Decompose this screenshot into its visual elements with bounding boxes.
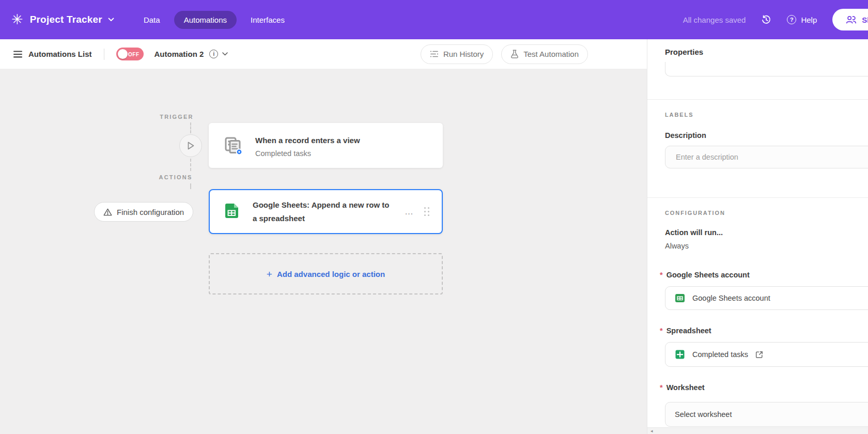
action-will-run-label: Action will run... xyxy=(665,228,723,237)
app-title[interactable]: Project Tracker xyxy=(30,14,102,25)
description-input[interactable] xyxy=(665,146,868,168)
automations-list-link[interactable]: Automations List xyxy=(28,50,92,58)
toolbar-divider xyxy=(104,49,104,60)
tab-automations[interactable]: Automations xyxy=(174,11,237,29)
test-automation-button[interactable]: Test Automation xyxy=(501,44,588,64)
automation-canvas[interactable]: TRIGGER ACTIONS xyxy=(0,69,647,434)
action-card-controls: … xyxy=(405,207,429,216)
actions-section-label: ACTIONS xyxy=(157,174,195,180)
action-card-google-sheets[interactable]: Google Sheets: Append a new row to a spr… xyxy=(209,189,443,234)
drag-handle-icon[interactable] xyxy=(424,207,429,216)
run-history-icon xyxy=(430,50,439,58)
app-logo-icon[interactable]: ✳ xyxy=(11,13,23,27)
properties-panel: Properties LABELS Description CONFIGURAT… xyxy=(647,39,868,434)
worksheet-field-label: * Worksheet xyxy=(660,383,705,392)
worksheet-value: Select worksheet xyxy=(675,410,732,419)
record-enters-view-icon xyxy=(222,135,244,157)
add-action-link[interactable]: + Add advanced logic or action xyxy=(267,269,385,279)
configuration-section-title: CONFIGURATION xyxy=(665,210,725,216)
toolbar-actions: Run History Test Automation xyxy=(421,44,588,64)
question-icon: ? xyxy=(787,15,796,24)
chevron-down-icon[interactable] xyxy=(222,52,228,56)
spreadsheet-field-label: * Spreadsheet xyxy=(660,327,711,335)
connector-line xyxy=(190,183,191,189)
connector-line xyxy=(190,122,191,133)
share-button[interactable]: Share xyxy=(832,9,868,30)
tab-interfaces[interactable]: Interfaces xyxy=(241,11,295,29)
saved-status: All changes saved xyxy=(683,16,746,24)
trigger-card-text: When a record enters a view Completed ta… xyxy=(255,134,360,158)
app-header: ✳ Project Tracker Data Automations Inter… xyxy=(0,0,868,39)
run-history-button[interactable]: Run History xyxy=(421,44,493,64)
description-label: Description xyxy=(665,131,706,140)
main-area: Automations List OFF Automation 2 i Run xyxy=(0,39,868,434)
finish-configuration-badge[interactable]: Finish configuration xyxy=(94,202,193,222)
labels-section-title: LABELS xyxy=(665,112,693,118)
toggle-state-label: OFF xyxy=(128,51,140,57)
hamburger-icon[interactable] xyxy=(13,51,22,58)
horizontal-scrollbar[interactable]: ◂ xyxy=(647,427,868,434)
google-account-value: Google Sheets account xyxy=(692,294,770,302)
section-divider xyxy=(647,197,868,198)
trigger-card[interactable]: When a record enters a view Completed ta… xyxy=(209,123,443,168)
spreadsheet-icon xyxy=(675,349,685,360)
section-divider xyxy=(647,99,868,100)
history-icon[interactable] xyxy=(761,14,771,25)
spreadsheet-select[interactable]: Completed tasks xyxy=(665,342,868,367)
chevron-down-icon[interactable] xyxy=(108,18,114,22)
automation-name[interactable]: Automation 2 xyxy=(154,50,204,58)
trigger-card-title: When a record enters a view xyxy=(255,134,360,147)
google-account-field-label: * Google Sheets account xyxy=(660,271,750,279)
name-input-partial[interactable] xyxy=(665,62,868,76)
play-icon xyxy=(187,141,195,150)
scroll-left-arrow-icon[interactable]: ◂ xyxy=(650,429,653,433)
add-action-dropzone[interactable]: + Add advanced logic or action xyxy=(209,253,443,295)
more-options-icon[interactable]: … xyxy=(405,207,414,216)
primary-nav: Data Automations Interfaces xyxy=(134,11,295,29)
warning-icon xyxy=(103,208,112,216)
add-action-label: Add advanced logic or action xyxy=(277,270,385,278)
external-link-icon[interactable] xyxy=(755,351,763,359)
run-history-label: Run History xyxy=(443,50,484,58)
tab-data[interactable]: Data xyxy=(134,11,170,29)
sheets-account-icon xyxy=(675,293,685,303)
action-card-title: Google Sheets: Append a new row to a spr… xyxy=(253,198,394,225)
info-icon[interactable]: i xyxy=(209,50,218,58)
google-sheets-icon xyxy=(222,202,241,221)
automation-toolbar: Automations List OFF Automation 2 i Run xyxy=(0,39,647,69)
required-marker: * xyxy=(660,271,663,279)
required-marker: * xyxy=(660,327,663,335)
help-button[interactable]: ? Help xyxy=(787,15,817,24)
test-automation-label: Test Automation xyxy=(523,50,579,58)
people-icon xyxy=(846,15,857,24)
google-account-select[interactable]: Google Sheets account xyxy=(665,286,868,310)
run-trigger-button[interactable] xyxy=(179,134,202,157)
panel-title: Properties xyxy=(665,48,703,56)
automation-enabled-toggle[interactable]: OFF xyxy=(116,48,144,60)
action-will-run-value[interactable]: Always xyxy=(665,242,689,250)
flask-icon xyxy=(510,50,519,58)
trigger-section-label: TRIGGER xyxy=(158,114,196,120)
worksheet-select[interactable]: Select worksheet xyxy=(665,402,868,427)
left-column: Automations List OFF Automation 2 i Run xyxy=(0,39,647,434)
spreadsheet-value: Completed tasks xyxy=(692,350,748,359)
help-label: Help xyxy=(801,16,817,24)
finish-configuration-label: Finish configuration xyxy=(117,208,184,216)
plus-icon: + xyxy=(267,269,272,279)
toggle-knob xyxy=(118,49,128,59)
required-marker: * xyxy=(660,383,663,392)
trigger-card-subtitle: Completed tasks xyxy=(255,149,360,158)
share-label: Share xyxy=(862,16,868,24)
connector-line xyxy=(190,159,191,171)
header-right-group: All changes saved ? Help Share xyxy=(683,9,868,30)
